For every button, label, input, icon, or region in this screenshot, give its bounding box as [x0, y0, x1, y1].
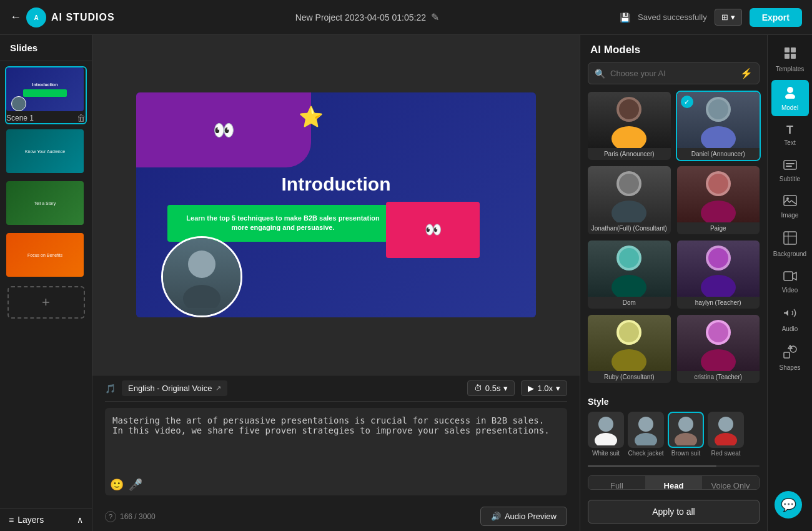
speed-button[interactable]: ▶ 1.0x ▾ — [521, 380, 567, 396]
svg-rect-42 — [784, 161, 796, 169]
chat-bubble[interactable]: 💬 — [775, 491, 802, 519]
chat-icon: 💬 — [781, 497, 796, 512]
emoji-icon[interactable]: 🙂 — [110, 478, 124, 492]
script-area: Mastering the art of persuasive presenta… — [105, 402, 567, 504]
pos-btn-head[interactable]: Head — [645, 476, 702, 489]
tool-model[interactable]: Model — [771, 80, 809, 116]
tool-text[interactable]: T Text — [771, 119, 809, 151]
svg-point-3 — [183, 285, 220, 308]
style-card-white-suit[interactable]: White suit — [588, 412, 624, 457]
voice-bar: 🎵 English - Original Voice ↗ ⏱ 0.5s ▾ ▶ … — [105, 375, 567, 402]
filter-icon[interactable]: ⚡ — [740, 67, 753, 79]
pos-btn-voice-only[interactable]: Voice Only — [702, 476, 759, 489]
view-chevron: ▾ — [731, 12, 735, 22]
svg-point-41 — [785, 94, 795, 99]
script-textarea[interactable]: Mastering the art of persuasive presenta… — [105, 408, 567, 495]
speed-value: 1.0x — [537, 384, 553, 393]
tool-templates[interactable]: Templates — [771, 41, 809, 77]
model-label-daniel: Daniel (Announcer) — [677, 148, 760, 160]
slide-eyes-2: 👀 — [425, 222, 442, 238]
slide-item-2[interactable]: Know Your Audience — [5, 128, 87, 176]
svg-rect-44 — [786, 166, 792, 167]
svg-point-35 — [715, 433, 737, 445]
save-icon: 💾 — [620, 12, 630, 22]
edit-icon[interactable]: ✎ — [431, 11, 439, 23]
style-card-brown-suit[interactable]: Brown suit — [668, 412, 704, 457]
avatar-person — [163, 238, 240, 315]
tool-audio[interactable]: Audio — [771, 301, 809, 337]
model-card-haylyn[interactable]: haylyn (Teacher) — [676, 239, 761, 310]
mic-icon[interactable]: 🎤 — [129, 478, 142, 492]
back-button[interactable]: ← — [10, 11, 21, 24]
project-title: New Project 2023-04-05 01:05:22 — [295, 12, 426, 22]
style-label-check-jacket: Check jacket — [628, 450, 663, 457]
model-card-ruby[interactable]: Ruby (Consultant) — [587, 314, 672, 384]
style-card-red-sweat[interactable]: Red sweat — [708, 412, 744, 457]
view-button[interactable]: ⊞ ▾ — [715, 9, 742, 26]
tool-subtitle[interactable]: Subtitle — [771, 154, 809, 187]
text-label: Text — [784, 139, 795, 146]
slide-background: 👀 ⭐ Introduction Learn the top 5 techniq… — [136, 92, 536, 317]
audio-preview-button[interactable]: 🔊 Audio Preview — [480, 507, 567, 526]
ai-models-panel: AI Models 🔍 ⚡ Paris (Announcer) — [580, 35, 767, 531]
svg-point-17 — [611, 275, 646, 297]
layers-footer[interactable]: ≡ Layers ∧ — [0, 508, 92, 531]
model-label-ruby: Ruby (Consultant) — [588, 371, 671, 383]
style-scrollbar — [588, 465, 760, 467]
time-button[interactable]: ⏱ 0.5s ▾ — [467, 380, 515, 396]
model-card-cristina[interactable]: cristina (Teacher) — [676, 314, 761, 384]
audio-btn-label: Audio Preview — [505, 512, 557, 521]
style-label-white-suit: White suit — [592, 450, 620, 457]
model-card-daniel[interactable]: ✓ Daniel (Announcer) — [676, 91, 761, 161]
slide-thumbnail-3: Tell a Story — [6, 181, 84, 225]
slides-header: Slides — [0, 35, 92, 61]
tool-shapes[interactable]: Shapes — [771, 340, 809, 376]
style-label-red-sweat: Red sweat — [711, 450, 740, 457]
svg-point-21 — [708, 248, 728, 268]
slide-item-4[interactable]: Focus on Benefits — [5, 232, 87, 280]
style-img-red-sweat — [708, 412, 744, 448]
topbar: ← A AI STUDIOS New Project 2023-04-05 01… — [0, 0, 812, 35]
svg-rect-36 — [785, 47, 790, 52]
svg-text:A: A — [34, 14, 38, 21]
model-img-ruby — [588, 315, 671, 371]
model-search-input[interactable] — [610, 69, 735, 78]
search-icon: 🔍 — [595, 69, 605, 79]
audio-icon — [783, 306, 797, 323]
svg-point-31 — [635, 433, 657, 445]
background-icon — [783, 231, 797, 248]
slide-item-1[interactable]: Introduction Scene 1 🗑 — [5, 66, 87, 124]
style-img-brown-suit — [668, 412, 704, 448]
background-label: Background — [773, 251, 806, 257]
svg-point-8 — [701, 126, 736, 148]
voice-label[interactable]: English - Original Voice ↗ — [122, 380, 227, 396]
slide-eyes-1: 👀 — [213, 120, 235, 141]
add-slide-button[interactable]: + — [7, 286, 85, 319]
svg-rect-51 — [784, 352, 790, 358]
tool-video[interactable]: Video — [771, 265, 809, 299]
layers-chevron: ∧ — [77, 515, 83, 525]
slide-item-3[interactable]: Tell a Story — [5, 180, 87, 228]
model-search-bar[interactable]: 🔍 ⚡ — [588, 62, 760, 84]
apply-to-all-button[interactable]: Apply to all — [588, 500, 760, 524]
tool-background[interactable]: Background — [771, 226, 809, 262]
tool-image[interactable]: Image — [771, 190, 809, 224]
help-icon[interactable]: ? — [105, 511, 116, 522]
model-label: Model — [781, 104, 798, 111]
svg-point-26 — [701, 349, 736, 371]
export-button[interactable]: Export — [750, 8, 802, 27]
position-buttons: Full Head Voice Only — [588, 475, 760, 490]
char-count-bar: ? 166 / 3000 🔊 Audio Preview — [105, 504, 567, 531]
model-img-haylyn — [677, 241, 760, 297]
style-card-check-jacket[interactable]: Check jacket — [628, 412, 664, 457]
slide-1-delete[interactable]: 🗑 — [77, 113, 86, 123]
model-card-paris[interactable]: Paris (Announcer) — [587, 91, 672, 161]
svg-point-30 — [638, 417, 653, 432]
model-card-dom[interactable]: Dom — [587, 239, 672, 310]
model-card-paige[interactable]: Paige — [676, 165, 761, 236]
model-label-paris: Paris (Announcer) — [588, 148, 671, 160]
model-card-jonathan[interactable]: Jonathan(Full) (Consultant) — [587, 165, 672, 236]
bottom-controls: 🎵 English - Original Voice ↗ ⏱ 0.5s ▾ ▶ … — [92, 375, 580, 531]
video-label: Video — [782, 287, 798, 294]
pos-btn-full[interactable]: Full — [588, 476, 645, 489]
